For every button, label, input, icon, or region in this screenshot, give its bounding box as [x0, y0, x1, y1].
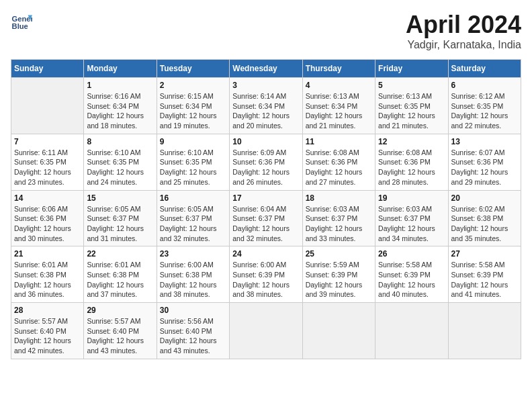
calendar-cell: 12Sunrise: 6:08 AM Sunset: 6:36 PM Dayli… [375, 134, 448, 190]
calendar-cell: 4Sunrise: 6:13 AM Sunset: 6:34 PM Daylig… [302, 78, 375, 134]
day-info: Sunrise: 5:58 AM Sunset: 6:39 PM Dayligh… [451, 260, 518, 300]
day-of-week-header: Tuesday [157, 60, 229, 78]
day-info: Sunrise: 6:06 AM Sunset: 6:36 PM Dayligh… [14, 204, 81, 244]
day-number: 29 [87, 306, 153, 315]
day-info: Sunrise: 6:05 AM Sunset: 6:37 PM Dayligh… [160, 204, 226, 244]
day-info: Sunrise: 6:07 AM Sunset: 6:36 PM Dayligh… [451, 148, 518, 187]
day-number: 18 [306, 193, 372, 203]
day-info: Sunrise: 6:13 AM Sunset: 6:35 PM Dayligh… [378, 91, 445, 131]
day-info: Sunrise: 6:08 AM Sunset: 6:36 PM Dayligh… [378, 148, 445, 187]
day-number: 5 [378, 81, 445, 90]
day-number: 26 [378, 249, 445, 259]
calendar-cell [11, 78, 84, 134]
day-info: Sunrise: 6:16 AM Sunset: 6:34 PM Dayligh… [87, 91, 153, 131]
day-number: 24 [232, 249, 299, 259]
calendar-cell: 28Sunrise: 5:57 AM Sunset: 6:40 PM Dayli… [11, 303, 84, 359]
calendar-cell: 20Sunrise: 6:02 AM Sunset: 6:38 PM Dayli… [448, 190, 521, 246]
day-info: Sunrise: 6:00 AM Sunset: 6:38 PM Dayligh… [160, 260, 226, 300]
calendar-cell: 15Sunrise: 6:05 AM Sunset: 6:37 PM Dayli… [84, 190, 157, 246]
day-number: 6 [451, 81, 518, 90]
day-number: 21 [14, 249, 81, 259]
day-of-week-header: Saturday [448, 60, 521, 78]
calendar-cell: 26Sunrise: 5:58 AM Sunset: 6:39 PM Dayli… [375, 246, 448, 303]
day-number: 25 [306, 249, 372, 259]
day-number: 14 [14, 193, 81, 203]
day-number: 27 [451, 249, 518, 259]
calendar-table: SundayMondayTuesdayWednesdayThursdayFrid… [11, 59, 521, 359]
calendar-cell: 6Sunrise: 6:12 AM Sunset: 6:35 PM Daylig… [448, 78, 521, 134]
calendar-cell: 7Sunrise: 6:11 AM Sunset: 6:35 PM Daylig… [11, 134, 84, 190]
day-info: Sunrise: 6:00 AM Sunset: 6:39 PM Dayligh… [232, 260, 299, 300]
day-number: 11 [306, 137, 372, 146]
calendar-cell: 27Sunrise: 5:58 AM Sunset: 6:39 PM Dayli… [448, 246, 521, 303]
day-number: 10 [232, 137, 299, 146]
day-of-week-header: Sunday [11, 60, 84, 78]
day-number: 13 [451, 137, 518, 146]
day-of-week-header: Thursday [302, 60, 375, 78]
logo: General Blue [11, 11, 32, 32]
day-info: Sunrise: 5:57 AM Sunset: 6:40 PM Dayligh… [87, 316, 153, 356]
day-number: 22 [87, 249, 153, 259]
calendar-cell: 8Sunrise: 6:10 AM Sunset: 6:35 PM Daylig… [84, 134, 157, 190]
day-info: Sunrise: 6:10 AM Sunset: 6:35 PM Dayligh… [87, 148, 153, 187]
day-number: 20 [451, 193, 518, 203]
day-info: Sunrise: 5:56 AM Sunset: 6:40 PM Dayligh… [160, 316, 226, 356]
day-number: 16 [160, 193, 226, 203]
day-info: Sunrise: 6:03 AM Sunset: 6:37 PM Dayligh… [378, 204, 445, 244]
calendar-cell: 10Sunrise: 6:09 AM Sunset: 6:36 PM Dayli… [230, 134, 302, 190]
calendar-cell: 18Sunrise: 6:03 AM Sunset: 6:37 PM Dayli… [302, 190, 375, 246]
day-number: 1 [87, 81, 153, 90]
day-number: 9 [160, 137, 226, 146]
calendar-cell: 13Sunrise: 6:07 AM Sunset: 6:36 PM Dayli… [448, 134, 521, 190]
day-of-week-header: Wednesday [230, 60, 302, 78]
day-info: Sunrise: 6:01 AM Sunset: 6:38 PM Dayligh… [14, 260, 81, 300]
day-info: Sunrise: 5:59 AM Sunset: 6:39 PM Dayligh… [306, 260, 372, 300]
calendar-body: 1Sunrise: 6:16 AM Sunset: 6:34 PM Daylig… [11, 78, 521, 359]
day-number: 19 [378, 193, 445, 203]
calendar-cell: 1Sunrise: 6:16 AM Sunset: 6:34 PM Daylig… [84, 78, 157, 134]
day-info: Sunrise: 6:12 AM Sunset: 6:35 PM Dayligh… [451, 91, 518, 131]
day-number: 2 [160, 81, 226, 90]
day-info: Sunrise: 6:13 AM Sunset: 6:34 PM Dayligh… [306, 91, 372, 131]
day-of-week-header: Friday [375, 60, 448, 78]
calendar-cell: 17Sunrise: 6:04 AM Sunset: 6:37 PM Dayli… [230, 190, 302, 246]
calendar-header-row: SundayMondayTuesdayWednesdayThursdayFrid… [11, 60, 521, 78]
calendar-cell: 11Sunrise: 6:08 AM Sunset: 6:36 PM Dayli… [302, 134, 375, 190]
day-of-week-header: Monday [84, 60, 157, 78]
calendar-cell [230, 303, 302, 359]
day-info: Sunrise: 6:15 AM Sunset: 6:34 PM Dayligh… [160, 91, 226, 131]
day-info: Sunrise: 6:04 AM Sunset: 6:37 PM Dayligh… [232, 204, 299, 244]
calendar-cell [302, 303, 375, 359]
day-number: 3 [232, 81, 299, 90]
day-info: Sunrise: 6:09 AM Sunset: 6:36 PM Dayligh… [232, 148, 299, 187]
day-info: Sunrise: 6:03 AM Sunset: 6:37 PM Dayligh… [306, 204, 372, 244]
calendar-cell: 16Sunrise: 6:05 AM Sunset: 6:37 PM Dayli… [157, 190, 229, 246]
svg-text:Blue: Blue [12, 22, 28, 30]
day-number: 15 [87, 193, 153, 203]
calendar-cell: 25Sunrise: 5:59 AM Sunset: 6:39 PM Dayli… [302, 246, 375, 303]
calendar-week-row: 14Sunrise: 6:06 AM Sunset: 6:36 PM Dayli… [11, 190, 521, 246]
day-info: Sunrise: 6:14 AM Sunset: 6:34 PM Dayligh… [232, 91, 299, 131]
calendar-week-row: 7Sunrise: 6:11 AM Sunset: 6:35 PM Daylig… [11, 134, 521, 190]
calendar-cell [375, 303, 448, 359]
page-header: General Blue April 2024 Yadgir, Karnatak… [11, 11, 521, 51]
calendar-week-row: 28Sunrise: 5:57 AM Sunset: 6:40 PM Dayli… [11, 303, 521, 359]
calendar-cell: 22Sunrise: 6:01 AM Sunset: 6:38 PM Dayli… [84, 246, 157, 303]
day-number: 4 [306, 81, 372, 90]
calendar-cell: 24Sunrise: 6:00 AM Sunset: 6:39 PM Dayli… [230, 246, 302, 303]
calendar-cell: 21Sunrise: 6:01 AM Sunset: 6:38 PM Dayli… [11, 246, 84, 303]
day-info: Sunrise: 6:11 AM Sunset: 6:35 PM Dayligh… [14, 148, 81, 187]
day-number: 7 [14, 137, 81, 146]
calendar-cell: 23Sunrise: 6:00 AM Sunset: 6:38 PM Dayli… [157, 246, 229, 303]
title-area: April 2024 Yadgir, Karnataka, India [406, 11, 521, 51]
day-info: Sunrise: 6:02 AM Sunset: 6:38 PM Dayligh… [451, 204, 518, 244]
calendar-cell: 14Sunrise: 6:06 AM Sunset: 6:36 PM Dayli… [11, 190, 84, 246]
calendar-cell: 2Sunrise: 6:15 AM Sunset: 6:34 PM Daylig… [157, 78, 229, 134]
calendar-cell: 30Sunrise: 5:56 AM Sunset: 6:40 PM Dayli… [157, 303, 229, 359]
day-number: 8 [87, 137, 153, 146]
calendar-week-row: 21Sunrise: 6:01 AM Sunset: 6:38 PM Dayli… [11, 246, 521, 303]
calendar-cell: 19Sunrise: 6:03 AM Sunset: 6:37 PM Dayli… [375, 190, 448, 246]
day-number: 30 [160, 306, 226, 315]
day-number: 17 [232, 193, 299, 203]
month-title: April 2024 [406, 11, 521, 39]
